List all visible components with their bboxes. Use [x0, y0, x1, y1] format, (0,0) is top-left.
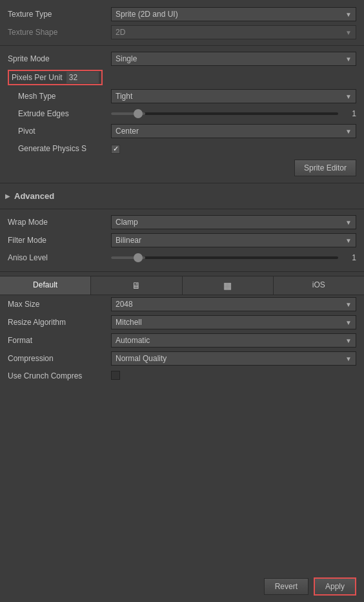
- texture-type-row: Texture Type Sprite (2D and UI) ▼: [0, 5, 364, 23]
- tab-server[interactable]: ▦: [183, 276, 274, 295]
- revert-button[interactable]: Revert: [264, 578, 308, 595]
- generate-physics-label: Generate Physics S: [8, 144, 111, 153]
- texture-type-dropdown[interactable]: Sprite (2D and UI) ▼: [111, 7, 356, 21]
- mesh-type-arrow: ▼: [345, 93, 352, 100]
- apply-button[interactable]: Apply: [314, 577, 356, 596]
- sprite-mode-row: Sprite Mode Single ▼: [0, 50, 364, 68]
- generate-physics-row: Generate Physics S ✓: [0, 140, 364, 157]
- use-crunch-value: [111, 371, 356, 382]
- resize-algorithm-row: Resize Algorithm Mitchell ▼: [0, 313, 364, 331]
- sprite-mode-arrow: ▼: [345, 56, 352, 63]
- mesh-type-label: Mesh Type: [8, 92, 111, 101]
- wrap-mode-arrow: ▼: [345, 219, 352, 226]
- tab-ios[interactable]: iOS: [274, 276, 364, 295]
- pivot-row: Pivot Center ▼: [0, 122, 364, 140]
- wrap-mode-label: Wrap Mode: [8, 218, 111, 227]
- filter-mode-arrow: ▼: [345, 237, 352, 244]
- tab-monitor[interactable]: 🖥: [91, 276, 182, 295]
- compression-row: Compression Normal Quality ▼: [0, 349, 364, 368]
- max-size-dropdown[interactable]: 2048 ▼: [111, 297, 356, 311]
- extrude-edges-row: Extrude Edges 1: [0, 105, 364, 122]
- mesh-type-dropdown[interactable]: Tight ▼: [111, 89, 356, 103]
- aniso-level-row: Aniso Level 1: [0, 249, 364, 266]
- tab-default[interactable]: Default: [0, 276, 91, 295]
- generate-physics-checkbox[interactable]: ✓: [111, 145, 120, 154]
- aniso-level-slider-container: 1: [111, 253, 356, 262]
- max-size-label: Max Size: [8, 300, 111, 309]
- pivot-dropdown[interactable]: Center ▼: [111, 124, 356, 138]
- generate-physics-value: ✓: [111, 143, 356, 154]
- use-crunch-checkbox[interactable]: [111, 371, 120, 380]
- texture-shape-arrow: ▼: [345, 29, 352, 36]
- aniso-level-value: 1: [343, 253, 356, 262]
- filter-mode-row: Filter Mode Bilinear ▼: [0, 231, 364, 249]
- server-icon: ▦: [223, 280, 232, 291]
- format-arrow: ▼: [345, 337, 352, 344]
- extrude-edges-track[interactable]: [111, 112, 338, 115]
- sprite-editor-button[interactable]: Sprite Editor: [294, 160, 356, 176]
- resize-algorithm-arrow: ▼: [345, 319, 352, 326]
- use-crunch-row: Use Crunch Compres: [0, 368, 364, 384]
- format-label: Format: [8, 336, 111, 345]
- wrap-mode-row: Wrap Mode Clamp ▼: [0, 213, 364, 231]
- pivot-label: Pivot: [8, 127, 111, 136]
- pixels-per-unit-input[interactable]: [66, 72, 99, 83]
- sprite-mode-dropdown[interactable]: Single ▼: [111, 52, 356, 66]
- advanced-title: Advanced: [14, 191, 54, 201]
- format-dropdown[interactable]: Automatic ▼: [111, 333, 356, 348]
- monitor-icon: 🖥: [132, 280, 141, 291]
- pivot-arrow: ▼: [345, 128, 352, 135]
- texture-type-label: Texture Type: [8, 10, 111, 19]
- resize-algorithm-label: Resize Algorithm: [8, 318, 111, 327]
- aniso-level-label: Aniso Level: [8, 253, 111, 262]
- mesh-type-row: Mesh Type Tight ▼: [0, 87, 364, 105]
- extrude-edges-label: Extrude Edges: [8, 109, 111, 118]
- resize-algorithm-dropdown[interactable]: Mitchell ▼: [111, 315, 356, 329]
- pixels-per-unit-label: Pixels Per Unit: [12, 73, 66, 82]
- use-crunch-label: Use Crunch Compres: [8, 371, 111, 380]
- texture-shape-label: Texture Shape: [8, 28, 111, 37]
- format-row: Format Automatic ▼: [0, 331, 364, 349]
- extrude-edges-value: 1: [343, 109, 356, 118]
- wrap-mode-dropdown[interactable]: Clamp ▼: [111, 215, 356, 229]
- max-size-arrow: ▼: [345, 301, 352, 308]
- advanced-arrow-icon: ▶: [5, 192, 10, 200]
- max-size-row: Max Size 2048 ▼: [0, 295, 364, 313]
- compression-arrow: ▼: [345, 355, 352, 362]
- compression-label: Compression: [8, 354, 111, 363]
- compression-dropdown[interactable]: Normal Quality ▼: [111, 351, 356, 366]
- bottom-bar: Revert Apply: [0, 571, 364, 602]
- texture-shape-dropdown[interactable]: 2D ▼: [111, 25, 356, 39]
- pixels-per-unit-row: Pixels Per Unit: [0, 68, 364, 87]
- advanced-section-header[interactable]: ▶ Advanced: [0, 187, 364, 205]
- sprite-mode-label: Sprite Mode: [8, 54, 111, 63]
- aniso-level-track[interactable]: [111, 256, 338, 259]
- texture-shape-row: Texture Shape 2D ▼: [0, 23, 364, 41]
- extrude-edges-slider-container: 1: [111, 109, 356, 118]
- sprite-editor-row: Sprite Editor: [0, 157, 364, 179]
- filter-mode-label: Filter Mode: [8, 236, 111, 245]
- filter-mode-dropdown[interactable]: Bilinear ▼: [111, 233, 356, 247]
- pixels-highlight-box: Pixels Per Unit: [8, 70, 103, 85]
- platform-tabs: Default 🖥 ▦ iOS: [0, 276, 364, 295]
- texture-type-arrow: ▼: [345, 11, 352, 18]
